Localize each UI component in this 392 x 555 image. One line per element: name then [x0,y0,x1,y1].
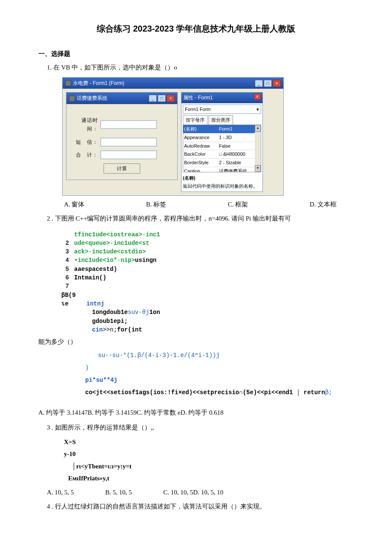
code-frag: 1ongdoub1e [92,309,128,316]
code-frag: ) [85,364,89,371]
q1-option-a: A. 窗体 [64,199,84,210]
question-4-text: 4 . 行人过红绿灯路口的自然语言算法描述如下，该算法可以采用（）来实现。 [47,501,354,512]
combo-text: Form1 Form [185,105,211,113]
outer-window: 水电费 - Form1 (Form) _ □ × 话费缴费系统 _ □ [62,77,284,196]
question-2-answers: A. 约等于 3.14147B. 约等于 3.14159C. 约等于常数 eD.… [38,407,354,418]
label-call-time: 通话时间： [72,116,101,134]
code-line: │rι<yTbent=ι:ı=y:y=t [72,460,354,473]
prop-value: False [218,142,255,150]
code-line: tfinc1ude<iostreaa>·inc1 [74,230,160,239]
inner-title-text: 话费缴费系统 [77,94,107,102]
close-button[interactable]: × [167,95,175,102]
close-icon[interactable]: × [254,93,261,100]
line-number: 3 [58,247,74,256]
prop-name: BorderStyle [183,159,218,167]
code-line: y-10 [64,448,354,460]
textbox-call-time[interactable] [101,120,157,129]
property-row[interactable]: BackColor□ &H800000 [183,150,255,159]
property-row[interactable]: Caption话费缴费系统 [183,167,255,173]
q1-option-b: B. 标签 [146,199,167,210]
outer-titlebar: 水电费 - Form1 (Form) _ □ × [63,78,283,89]
cpp-code-block: tfinc1ude<iostreaa>·inc1 2ude<queue>·inc… [58,230,354,334]
property-row[interactable]: Appearance1 - 3D [183,134,255,142]
code-frag: │ [293,389,303,396]
line-number: 2 [58,239,74,247]
q3-option-a: A. 10, 5, 5 [47,487,74,498]
prop-value: 话费缴费系统 [218,167,255,173]
desc-body: 返回代码中使用的标识对象的名称。 [183,183,258,189]
question-3-text: 3 . 如图所示，程序的运算结果是（）,, [47,422,354,433]
q3-option-cd: C. 10, 10, 5D. 10, 5, 10 [163,487,223,498]
desc-head: (名称) [183,174,261,182]
textbox-total[interactable] [101,151,157,159]
line-number: 5 [58,265,74,273]
code-line: gdoub1epi; [74,317,128,325]
tab-categorized[interactable]: 按分类序 [208,115,233,125]
prop-name: AutoRedraw [183,142,218,150]
q1-option-c: C. 框架 [228,199,248,210]
scroll-up-icon[interactable]: ▴ [255,125,261,132]
line-number: 6 [58,273,74,282]
code-frag: su·-su·*(1.β/(4·i·3)-1.e/(4ʷi-1))j [98,352,220,359]
code-frag: β; [325,389,332,396]
maximize-button[interactable]: □ [264,80,272,87]
code-line: X=S [64,436,354,448]
code-frag: 1on [149,309,160,316]
question-1-text: 1. 在 VB 中，如下图所示，选中的对象是（）o [47,62,354,73]
code-frag: cin [92,326,103,333]
line-number: 4 [58,256,74,264]
maximize-button[interactable]: □ [158,95,166,102]
property-list: (名称)Form1 Appearance1 - 3D AutoRedrawFal… [183,125,261,172]
prop-name: Appearance [183,134,218,142]
vb-screenshot: 水电费 - Form1 (Form) _ □ × 话费缴费系统 _ □ [62,77,284,196]
tab-alphabetic[interactable]: 按字母序 [183,115,208,125]
code-continuation: co<jt<<setiosf1ags(ios:!fi×ed)<<setpreci… [85,388,354,397]
inner-form-window: 话费缴费系统 _ □ × 通话时间： 短 信： [66,92,178,180]
prop-name: BackColor [183,150,218,158]
property-row[interactable]: (名称)Form1 [183,125,255,134]
code-line: intnj [69,299,104,308]
properties-title: 属性 - Form1 [183,93,213,102]
code-frag: pi*su**4j [85,377,118,384]
section-heading-1: 一、选择题 [38,49,354,60]
prop-name: (名称) [183,125,218,133]
code-continuation: ) [85,363,354,372]
minimize-button[interactable]: _ [149,95,157,102]
label-sms: 短 信： [72,138,101,146]
scroll-down-icon[interactable]: ▾ [255,165,261,172]
prop-value: □ &H800000 [218,150,255,158]
prop-value: 2 - Sizable [218,159,255,167]
code-frag: >>n; [103,326,117,333]
code-line: aaespacestd) [74,265,117,273]
label-total: 合 计： [72,151,101,159]
property-row[interactable]: BorderStyle2 - Sizable [183,159,255,167]
code-frag: for(int [117,326,142,333]
q3-code-block: X=S y-10 │rι<yTbent=ι:ı=y:y=t EмıIfPriat… [64,436,354,485]
calculate-button[interactable]: 计算 [104,163,140,174]
prop-name: Caption [183,167,218,173]
property-row[interactable]: AutoRedrawFalse [183,142,255,151]
textbox-sms[interactable] [101,138,157,146]
inner-titlebar: 话费缴费系统 _ □ × [66,93,177,104]
window-icon [69,96,75,102]
question-2-trail: 能为多少（） [38,337,354,348]
minimize-button[interactable]: _ [255,80,263,87]
q3-option-b: B. 5, 10, 5 [105,487,132,498]
outer-title-text: 水电费 - Form1 (Form) [73,79,124,87]
code-line: ack>·inc1ude<cstdio> [74,247,146,256]
question-2-text: 2 . 下图用 C++编写的计算圆周率的程序，若程序输出时，n=4096. 请问… [47,213,354,224]
code-frag: usingn [135,257,156,264]
prop-value: 1 - 3D [218,134,255,142]
code-frag: suv·θj [128,309,149,316]
code-continuation: pi*su**4j [85,376,354,385]
code-line: Intmain() [74,273,107,282]
code-line: ude<queue>·inc1ude<st [74,239,149,247]
property-description: (名称) 返回代码中使用的标识对象的名称。 [183,174,261,190]
close-button[interactable]: × [273,80,281,87]
code-line: βB(9 [61,291,76,299]
chevron-down-icon: ▾ [257,105,259,113]
code-line: EмıIfPriats»y,t [68,472,354,485]
scrollbar[interactable]: ▴ ▾ [255,125,261,172]
code-frag: return [304,389,325,396]
object-combobox[interactable]: Form1 Form ▾ [183,105,261,114]
